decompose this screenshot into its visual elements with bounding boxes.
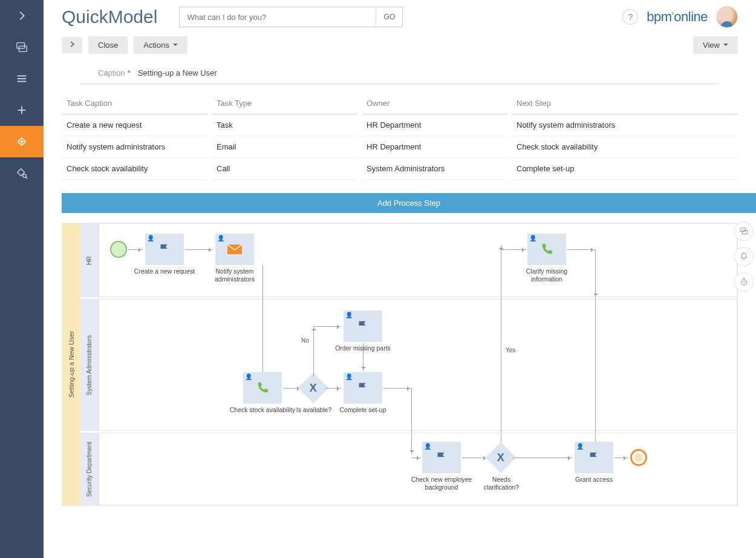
flow-arrow	[262, 265, 263, 384]
end-event[interactable]	[630, 449, 647, 466]
rail-plus[interactable]	[0, 94, 44, 126]
task-label: Clarify missing information	[513, 268, 580, 283]
task-label: Notify system administrators	[201, 268, 268, 283]
svg-rect-15	[742, 231, 748, 234]
gateway-is-available[interactable]: X	[298, 373, 329, 404]
close-button[interactable]: Close	[88, 36, 128, 54]
brand-part2: online	[674, 9, 708, 24]
rail-list[interactable]	[0, 63, 44, 94]
flow-arrow	[567, 249, 595, 250]
rail-expand[interactable]	[0, 0, 44, 31]
col-next-step[interactable]: Next Step	[512, 93, 738, 114]
task-check-background[interactable]: 👤 Check new employee background	[422, 442, 461, 473]
search-box: GO	[179, 7, 403, 27]
fab-clock-icon[interactable]	[734, 272, 754, 292]
flow-arrow	[513, 458, 572, 458]
lane-security: Security Department 👤 Check new employee…	[80, 433, 737, 505]
fab-chat-icon[interactable]	[734, 222, 754, 241]
flow-arrow	[614, 458, 628, 458]
cell: Check stock availability	[512, 136, 738, 158]
brand-logo: bpm'online	[647, 9, 708, 25]
pool-title: Setting-up a New User	[62, 223, 80, 505]
cell: Check stock availability	[62, 158, 207, 180]
brand-part1: bpm	[647, 9, 671, 24]
task-check-stock[interactable]: 👤 Check stock availability	[243, 372, 282, 404]
main-area: QuickModel GO ? bpm'online Close Actions…	[44, 0, 756, 558]
lane-body[interactable]: 👤 Check new employee background X Needs …	[99, 433, 737, 505]
lane-body[interactable]: 👤 Create a new request 👤 Notify system a…	[99, 223, 737, 297]
person-icon: 👤	[345, 373, 353, 380]
rail-diamond-search[interactable]	[0, 157, 44, 189]
person-icon: 👤	[217, 235, 224, 241]
person-icon: 👤	[245, 373, 252, 380]
task-label: Check stock availability	[229, 406, 296, 414]
caption-value[interactable]: Setting-up a New User	[138, 68, 217, 77]
start-event[interactable]	[110, 241, 127, 258]
back-button[interactable]	[62, 37, 82, 53]
flow-arrow	[325, 388, 341, 389]
lane-sysadmin: System Administrators 👤 Check stock avai…	[80, 299, 737, 431]
task-create-request[interactable]: 👤 Create a new request	[145, 234, 184, 265]
person-icon: 👤	[147, 235, 154, 241]
svg-rect-1	[19, 46, 27, 51]
cell: Email	[212, 136, 357, 158]
task-complete-setup[interactable]: 👤 Complete set-up	[344, 372, 382, 404]
gateway-label: Needs clarification?	[474, 476, 529, 491]
actions-dropdown[interactable]: Actions	[134, 36, 187, 54]
flow-arrow	[185, 249, 213, 250]
flow-arrow	[595, 249, 596, 298]
table-row[interactable]: Create a new request Task HR Department …	[62, 114, 738, 136]
flow-arrow	[411, 458, 421, 458]
person-icon: 👤	[576, 443, 584, 450]
pool-title-text: Setting-up a New User	[68, 331, 75, 398]
flow-arrow	[595, 298, 596, 455]
task-clarify-info[interactable]: 👤 Clarify missing information	[527, 234, 566, 265]
search-input[interactable]	[180, 13, 376, 22]
rail-chat[interactable]	[0, 31, 44, 63]
cell: Notify system administrators	[512, 114, 738, 136]
left-rail	[0, 0, 44, 558]
col-owner[interactable]: Owner	[362, 93, 507, 114]
col-task-caption[interactable]: Task Caption	[62, 93, 207, 114]
svg-line-12	[25, 177, 27, 179]
floating-actions	[734, 222, 754, 292]
cell: HR Department	[362, 136, 507, 158]
lane-title: System Administrators	[80, 299, 99, 431]
rail-diamond[interactable]	[0, 126, 44, 157]
required-mark: *	[128, 68, 131, 77]
task-notify-admins[interactable]: 👤 Notify system administrators	[215, 234, 254, 265]
avatar[interactable]	[716, 6, 738, 28]
go-button[interactable]: GO	[376, 7, 402, 27]
cell: Notify system administrators	[62, 136, 207, 158]
person-icon: 👤	[345, 312, 353, 318]
task-label: Check new employee background	[408, 476, 475, 491]
gateway-needs-clarification[interactable]: X	[486, 442, 516, 473]
lane-title-text: System Administrators	[86, 335, 93, 395]
edge-label-yes: Yes	[506, 347, 515, 353]
task-label: Create a new request	[131, 268, 198, 275]
person-icon: 👤	[424, 443, 431, 450]
person-icon: 👤	[529, 235, 536, 241]
table-row[interactable]: Notify system administrators Email HR De…	[62, 136, 738, 158]
lane-title-text: Security Department	[86, 441, 93, 496]
fab-bell-icon[interactable]	[734, 247, 754, 266]
col-task-type[interactable]: Task Type	[212, 93, 357, 114]
app-title: QuickModel	[62, 7, 157, 27]
help-button[interactable]: ?	[622, 9, 638, 25]
caption-label: Caption	[98, 68, 125, 77]
task-order-missing[interactable]: 👤 Order missing parts	[344, 310, 382, 342]
task-table: Task Caption Task Type Owner Next Step C…	[44, 84, 756, 180]
lane-body[interactable]: 👤 Check stock availability X Is availabl…	[99, 299, 737, 431]
flow-arrow	[313, 326, 314, 376]
view-dropdown[interactable]: View	[693, 36, 738, 54]
svg-rect-0	[17, 43, 25, 48]
flow-arrow	[363, 343, 363, 371]
flow-arrow	[462, 458, 487, 458]
add-process-step-button[interactable]: Add Process Step	[62, 193, 756, 213]
task-label: Complete set-up	[330, 406, 396, 414]
task-grant-access[interactable]: 👤 Grant access	[575, 442, 613, 473]
cell: Task	[212, 114, 357, 136]
flow-arrow	[501, 249, 526, 250]
table-row[interactable]: Check stock availability Call System Adm…	[62, 158, 738, 180]
cell: Create a new request	[62, 114, 207, 136]
